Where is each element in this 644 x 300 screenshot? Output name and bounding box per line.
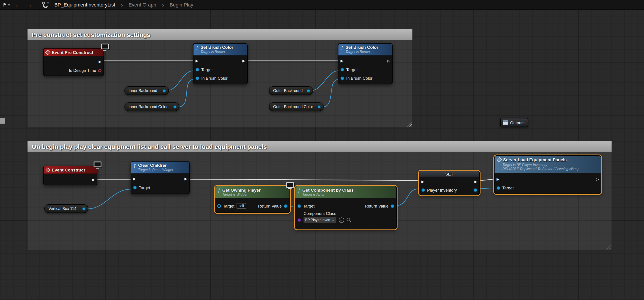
variable-label: Outer Backround xyxy=(273,88,303,93)
in-brush-color-pin[interactable] xyxy=(196,77,199,80)
node-set-brush-color-1[interactable]: ƒ Set Brush Color Target is Border ▶ ▶ T… xyxy=(193,43,248,84)
is-design-time-pin[interactable] xyxy=(98,69,102,72)
node-header: Event Pre Construct xyxy=(44,49,104,56)
pin-label: Target xyxy=(201,67,213,72)
pin-label: Component Class xyxy=(295,210,396,216)
value-out-pin[interactable] xyxy=(162,89,166,93)
node-subtitle: Target is Actor xyxy=(302,192,354,196)
function-icon: ƒ xyxy=(341,45,343,50)
bookmark-caret-icon[interactable]: ▾ xyxy=(8,3,10,7)
pin-label: Target xyxy=(303,204,314,208)
value-out-pin[interactable] xyxy=(318,105,321,108)
player-inventory-out-pin[interactable] xyxy=(474,188,477,192)
pin-label: Player Inventory xyxy=(427,188,457,192)
exec-in-pin[interactable]: ▶ xyxy=(496,178,500,181)
bookmark-icon[interactable]: ⚑ xyxy=(2,2,7,7)
pin-label: Target xyxy=(502,186,514,190)
comment-header[interactable]: On begin play play clear equipment list … xyxy=(28,141,612,152)
breadcrumb-begin-play[interactable]: Begin Play xyxy=(170,2,193,8)
target-pin[interactable] xyxy=(340,68,344,72)
breadcrumb-event-graph[interactable]: Event Graph xyxy=(128,2,156,8)
back-arrow-icon[interactable]: ← xyxy=(12,2,22,8)
toolbar-divider xyxy=(38,2,38,8)
node-header: Event Construct xyxy=(44,166,97,174)
node-title: Set Brush Color xyxy=(346,45,378,50)
exec-out-pin[interactable]: ▶ xyxy=(99,60,102,64)
in-brush-color-pin[interactable] xyxy=(340,77,344,80)
exec-in-pin[interactable]: ▶ xyxy=(133,177,136,181)
exec-in-pin[interactable]: ▶ xyxy=(196,59,198,63)
breadcrumb-chevron-icon: › xyxy=(118,1,126,8)
node-title: Get Component by Class xyxy=(302,187,354,192)
exec-in-pin[interactable]: ▶ xyxy=(340,59,343,63)
offscreen-node-fragment[interactable] xyxy=(0,118,5,124)
window-icon xyxy=(503,120,508,125)
dropdown-caret-icon: ⌄ xyxy=(332,218,334,222)
variable-node-inner-backround-color[interactable]: Inner Backround Color xyxy=(124,102,180,111)
node-subtitle: Target is Border xyxy=(346,50,378,54)
component-class-pin[interactable] xyxy=(297,218,301,222)
pin-label: In Brush Color xyxy=(201,76,228,81)
node-header: ƒ Get Owning Player Target is Widget xyxy=(215,186,290,198)
node-set-brush-color-2[interactable]: ƒ Set Brush Color Target is Border ▶ ▷ T… xyxy=(338,43,392,84)
resize-handle[interactable] xyxy=(606,245,611,250)
node-get-component-by-class[interactable]: ƒ Get Component by Class Target is Actor… xyxy=(295,186,396,229)
target-self-input[interactable]: self xyxy=(236,203,246,209)
component-class-dropdown[interactable]: BP Player Inven ⌄ xyxy=(303,217,337,223)
variable-node-vertical-box-114[interactable]: Vertical Box 114 xyxy=(44,204,88,213)
pin-label: Return Value xyxy=(258,204,282,208)
function-icon: ƒ xyxy=(134,163,136,168)
value-out-pin[interactable] xyxy=(173,105,177,108)
player-inventory-in-pin[interactable] xyxy=(422,188,425,192)
resize-handle[interactable] xyxy=(407,122,412,127)
target-pin[interactable] xyxy=(496,186,500,190)
node-event-construct[interactable]: Event Construct ▶ xyxy=(43,166,97,185)
target-pin[interactable] xyxy=(196,68,199,72)
variable-label: Inner Backround Color xyxy=(128,104,168,109)
variable-node-outer-backround[interactable]: Outer Backround xyxy=(269,86,313,95)
node-subtitle: Target is BP Player Inventory xyxy=(498,163,598,167)
node-replication-note: RELIABLE Replicated To Server (if owning… xyxy=(498,167,598,171)
exec-out-pin[interactable]: ▷ xyxy=(388,59,390,63)
variable-node-outer-backround-color[interactable]: Outer Backround Color xyxy=(269,102,324,111)
exec-in-pin[interactable]: ▶ xyxy=(422,180,424,184)
value-out-pin[interactable] xyxy=(307,89,310,93)
exec-out-pin[interactable]: ▷ xyxy=(596,178,599,181)
node-set-player-inventory[interactable]: SET ▶ ▶ Player Inventory xyxy=(419,171,480,195)
target-pin[interactable] xyxy=(133,186,137,190)
function-icon: ƒ xyxy=(298,187,300,192)
use-asset-icon[interactable]: ← xyxy=(339,217,344,222)
node-outputs[interactable]: Outputs xyxy=(500,118,528,127)
exec-out-pin[interactable]: ▶ xyxy=(474,180,477,184)
return-value-pin[interactable] xyxy=(390,204,394,208)
node-get-owning-player[interactable]: ƒ Get Owning Player Target is Widget Tar… xyxy=(215,186,290,213)
breadcrumb-root[interactable]: BP_EquipmentInventoryList xyxy=(54,2,115,8)
value-out-pin[interactable] xyxy=(82,207,86,210)
event-icon xyxy=(45,167,50,173)
function-icon: ƒ xyxy=(218,187,220,192)
target-pin[interactable] xyxy=(297,204,301,208)
node-title: SET xyxy=(420,171,479,177)
exec-out-pin[interactable]: ▶ xyxy=(242,59,245,63)
node-header: ƒ Get Component by Class Target is Actor xyxy=(295,186,396,198)
comment-header[interactable]: Pre construct set customization settings xyxy=(28,29,412,40)
return-value-pin[interactable] xyxy=(284,204,288,208)
node-server-load-equipment-panels[interactable]: Server Load Equipment Panels Target is B… xyxy=(494,155,601,194)
exec-out-pin[interactable]: ▶ xyxy=(92,178,95,182)
node-header: ƒ Set Brush Color Target is Border xyxy=(338,44,392,56)
monitor-badge-icon xyxy=(94,162,102,169)
graph-icon xyxy=(42,2,50,8)
pin-label: Target xyxy=(346,67,358,72)
event-icon xyxy=(45,50,50,55)
node-header: Server Load Equipment Panels Target is B… xyxy=(494,156,601,173)
node-clear-children[interactable]: ƒ Clear Children Target is Panel Widget … xyxy=(131,161,190,194)
variable-node-inner-backround[interactable]: Inner Backround xyxy=(124,86,169,95)
browse-asset-icon[interactable] xyxy=(346,217,351,222)
exec-out-pin[interactable]: ▶ xyxy=(184,177,188,181)
node-event-pre-construct[interactable]: Event Pre Construct ▶ Is Design Time xyxy=(43,48,104,76)
node-title: Event Pre Construct xyxy=(52,50,93,55)
breadcrumb-chevron-icon: › xyxy=(159,1,167,8)
target-pin[interactable] xyxy=(217,204,221,208)
forward-arrow-icon[interactable]: → xyxy=(24,2,34,8)
node-title: Clear Children xyxy=(138,163,173,168)
